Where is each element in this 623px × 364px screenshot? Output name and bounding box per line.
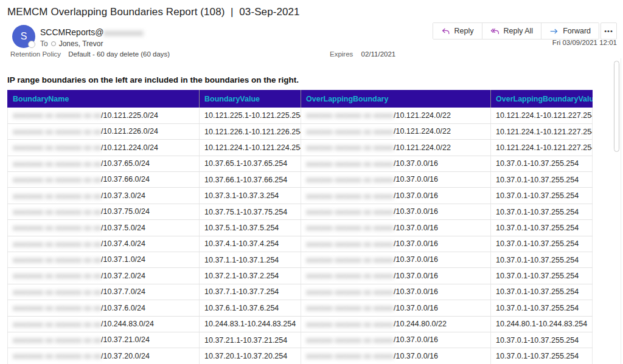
redacted-overlap-name: xxxxxxx xxxxxxx xx xxxxxx [306,208,394,216]
cell-boundary-name: xxxxxxxx xx xxxxxxx xx xxxxxxx/10.37.2.0… [8,268,200,284]
cell-overlapping-boundary: xxxxxxx xxxxxxx xx xxxxxx/10.37.0.0/16 [301,348,491,364]
column-header-boundaryvalue[interactable]: BoundaryValue [200,90,301,108]
cell-boundary-value: 10.37.75.1-10.37.75.254 [200,204,301,219]
redacted-boundary-name: xxxxxxxx xx xxxxxxx xx xxxxxxx [13,256,101,264]
cell-overlapping-boundary: xxxxxxx xxxxxxx xx xxxxxx/10.244.80.0/22 [301,316,491,332]
redacted-boundary-name: xxxxxxxx xx xxxxxxx xx xxxxxxx [13,192,101,201]
redacted-overlap-name: xxxxxxx xxxxxxx xx xxxxxx [306,143,394,152]
table-row: xxxxxxxx xx xxxxxxx xx xxxxxxx/10.37.7.0… [8,284,593,300]
cell-boundary-name: xxxxxxxx xx xxxxxxx xx xxxxxxx/10.121.22… [8,108,200,123]
table-row: xxxxxxxx xx xxxxxxx xx xxxxxxx/10.121.22… [8,123,593,139]
redacted-overlap-name: xxxxxxx xxxxxxx xx xxxxxx [306,304,394,312]
redacted-overlap-name: xxxxxxx xxxxxxx xx xxxxxx [306,176,394,184]
scrollbar-track[interactable] [621,58,621,364]
column-header-overlappingboundaryvalue[interactable]: OverLappingBoundaryValue [491,90,593,108]
sender-address[interactable]: SCCMReports@ [40,27,103,37]
cell-boundary-value: 10.37.1.1-10.37.1.254 [200,252,301,268]
message-actions-group: Reply Reply All Forward [433,22,599,39]
cell-boundary-name: xxxxxxxx xx xxxxxxx xx xxxxxxx/10.121.22… [8,140,200,156]
cell-overlapping-boundary-value: 10.37.0.1-10.37.255.254 [491,284,593,300]
cell-overlapping-boundary: xxxxxxx xxxxxxx xx xxxxxx/10.37.0.0/16 [301,284,491,300]
cell-overlapping-boundary-value: 10.37.0.1-10.37.255.254 [491,268,593,284]
cell-overlapping-boundary-value: 10.37.0.1-10.37.255.254 [491,204,593,219]
table-row: xxxxxxxx xx xxxxxxx xx xxxxxxx/10.121.22… [8,108,593,123]
redacted-overlap-name: xxxxxxx xxxxxxx xx xxxxxx [306,320,394,329]
table-row: xxxxxxxx xx xxxxxxx xx xxxxxxx/10.37.4.0… [8,236,593,252]
cell-overlapping-boundary-value: 10.121.224.1-10.121.227.254 [491,123,593,139]
reply-all-button[interactable]: Reply All [482,23,541,39]
email-subject: MEMCM Overlapping Boundaries Report (108… [7,6,300,18]
cell-overlapping-boundary-value: 10.37.0.1-10.37.255.254 [491,332,593,348]
redacted-overlap-name: xxxxxxx xxxxxxx xx xxxxxx [306,111,394,120]
cell-boundary-name: xxxxxxxx xx xxxxxxx xx xxxxxxx/10.37.7.0… [8,284,200,300]
cell-overlapping-boundary-value: 10.37.0.1-10.37.255.254 [491,156,593,171]
cell-overlapping-boundary: xxxxxxx xxxxxxx xx xxxxxx/10.37.0.0/16 [301,156,491,171]
body-intro-text: IP range boundaries on the left are incl… [7,75,299,84]
redacted-overlap-name: xxxxxxx xxxxxxx xx xxxxxx [306,272,394,280]
column-header-overlappingboundary[interactable]: OverLappingBoundary [301,90,491,108]
redacted-boundary-name: xxxxxxxx xx xxxxxxx xx xxxxxxx [13,272,101,280]
redacted-overlap-name: xxxxxxx xxxxxxx xx xxxxxx [306,336,394,345]
cell-overlapping-boundary-value: 10.37.0.1-10.37.255.254 [491,348,593,364]
retention-policy-label: Retention Policy [10,50,61,58]
redacted-overlap-name: xxxxxxx xxxxxxx xx xxxxxx [306,256,394,264]
cell-overlapping-boundary-value: 10.37.0.1-10.37.255.254 [491,220,593,236]
cell-overlapping-boundary-value: 10.37.0.1-10.37.255.254 [491,172,593,188]
reply-all-icon [490,27,499,36]
redacted-boundary-name: xxxxxxxx xx xxxxxxx xx xxxxxxx [13,176,101,184]
table-row: xxxxxxxx xx xxxxxxx xx xxxxxxx/10.37.65.… [8,156,593,171]
cell-boundary-name: xxxxxxxx xx xxxxxxx xx xxxxxxx/10.37.21.… [8,332,200,348]
table-row: xxxxxxxx xx xxxxxxx xx xxxxxxx/10.37.2.0… [8,268,593,284]
scrollbar-thumb[interactable] [614,61,619,152]
cell-overlapping-boundary-value: 10.121.224.1-10.121.227.254 [491,140,593,156]
cell-overlapping-boundary: xxxxxxx xxxxxxx xx xxxxxx/10.37.0.0/16 [301,332,491,348]
redacted-boundary-name: xxxxxxxx xx xxxxxxx xx xxxxxxx [13,288,101,297]
cell-overlapping-boundary: xxxxxxx xxxxxxx xx xxxxxx/10.37.0.0/16 [301,268,491,284]
cell-boundary-name: xxxxxxxx xx xxxxxxx xx xxxxxxx/10.37.1.0… [8,252,200,268]
recipient-presence-icon [51,41,56,46]
cell-boundary-value: 10.244.83.1-10.244.83.254 [200,316,301,332]
cell-boundary-value: 10.37.2.1-10.37.2.254 [200,268,301,284]
column-header-boundaryname[interactable]: BoundaryName [8,90,200,108]
table-row: xxxxxxxx xx xxxxxxx xx xxxxxxx/10.37.1.0… [8,252,593,268]
cell-overlapping-boundary-value: 10.121.224.1-10.121.227.254 [491,108,593,123]
recipient-line: To Jones, Trevor [40,39,103,48]
table-row: xxxxxxxx xx xxxxxxx xx xxxxxxx/10.37.75.… [8,204,593,219]
cell-overlapping-boundary: xxxxxxx xxxxxxx xx xxxxxx/10.37.0.0/16 [301,220,491,236]
table-row: xxxxxxxx xx xxxxxxx xx xxxxxxx/10.37.5.0… [8,220,593,236]
table-row: xxxxxxxx xx xxxxxxx xx xxxxxxx/10.37.21.… [8,332,593,348]
recipient-name[interactable]: Jones, Trevor [59,39,103,48]
cell-boundary-value: 10.121.224.1-10.121.224.254 [200,140,301,156]
redacted-boundary-name: xxxxxxxx xx xxxxxxx xx xxxxxxx [13,352,101,360]
cell-boundary-name: xxxxxxxx xx xxxxxxx xx xxxxxxx/10.37.4.0… [8,236,200,252]
cell-boundary-value: 10.37.6.1-10.37.6.254 [200,300,301,316]
cell-boundary-value: 10.37.5.1-10.37.5.254 [200,220,301,236]
cell-boundary-value: 10.37.7.1-10.37.7.254 [200,284,301,300]
cell-boundary-value: 10.37.20.1-10.37.20.254 [200,348,301,364]
cell-boundary-value: 10.37.3.1-10.37.3.254 [200,188,301,204]
retention-policy-value: Default - 60 day delete (60 days) [68,50,170,58]
cell-overlapping-boundary: xxxxxxx xxxxxxx xx xxxxxx/10.121.224.0/2… [301,108,491,123]
reply-icon [441,27,450,36]
table-row: xxxxxxxx xx xxxxxxx xx xxxxxxx/10.244.83… [8,316,593,332]
redacted-boundary-name: xxxxxxxx xx xxxxxxx xx xxxxxxx [13,160,101,168]
cell-boundary-value: 10.121.226.1-10.121.226.254 [200,123,301,139]
redacted-boundary-name: xxxxxxxx xx xxxxxxx xx xxxxxxx [13,143,101,152]
table-row: xxxxxxxx xx xxxxxxx xx xxxxxxx/10.121.22… [8,140,593,156]
redacted-boundary-name: xxxxxxxx xx xxxxxxx xx xxxxxxx [13,128,101,136]
cell-boundary-value: 10.37.4.1-10.37.4.254 [200,236,301,252]
cell-boundary-name: xxxxxxxx xx xxxxxxx xx xxxxxxx/10.37.75.… [8,204,200,219]
table-row: xxxxxxxx xx xxxxxxx xx xxxxxxx/10.37.6.0… [8,300,593,316]
boundary-table-body: xxxxxxxx xx xxxxxxx xx xxxxxxx/10.121.22… [8,108,593,364]
redacted-overlap-name: xxxxxxx xxxxxxx xx xxxxxx [306,240,394,249]
to-label: To [40,39,48,48]
forward-button[interactable]: Forward [541,23,599,39]
cell-overlapping-boundary-value: 10.37.0.1-10.37.255.254 [491,188,593,204]
sender-avatar[interactable]: S [12,25,35,48]
reply-button[interactable]: Reply [433,23,482,39]
table-row: xxxxxxxx xx xxxxxxx xx xxxxxxx/10.37.3.0… [8,188,593,204]
more-actions-button[interactable]: ••• [600,22,617,39]
redacted-boundary-name: xxxxxxxx xx xxxxxxx xx xxxxxxx [13,304,101,312]
redacted-overlap-name: xxxxxxx xxxxxxx xx xxxxxx [306,288,394,297]
cell-boundary-value: 10.121.225.1-10.121.225.254 [200,108,301,123]
